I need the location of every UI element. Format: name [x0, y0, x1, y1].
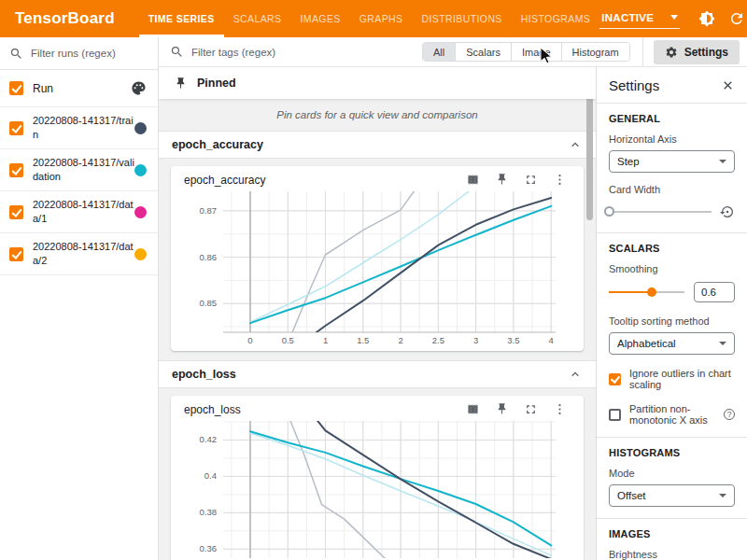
slider-thumb[interactable]	[647, 287, 656, 297]
svg-text:0.85: 0.85	[200, 298, 218, 308]
refresh-button[interactable]	[727, 10, 745, 28]
filter-all-button[interactable]: All	[423, 43, 455, 61]
run-row-data-2[interactable]: 20220808-141317/data/2	[0, 233, 158, 275]
card-width-slider[interactable]	[609, 206, 712, 217]
epoch-accuracy-chart[interactable]: 00.511.522.533.540.850.860.87	[180, 189, 565, 347]
epoch-loss-card: epoch_loss 0.420.40.380.36	[171, 396, 584, 560]
svg-text:4: 4	[549, 335, 554, 345]
toolbar-divider	[642, 37, 643, 67]
select-all-runs-checkbox[interactable]	[9, 81, 23, 95]
chevron-up-icon[interactable]	[568, 367, 583, 382]
partition-x-axis-checkbox[interactable]	[609, 409, 621, 421]
svg-text:1: 1	[323, 335, 328, 345]
filter-scalars-button[interactable]: Scalars	[455, 43, 511, 61]
ignore-outliers-checkbox[interactable]	[609, 373, 621, 385]
settings-images-section: IMAGES Brightness Contrast Show actual i…	[609, 519, 735, 560]
cards-main-area: Pinned Pin cards for a quick view and co…	[159, 67, 596, 560]
chevron-up-icon[interactable]	[568, 137, 583, 152]
pinned-section-header: Pinned	[159, 67, 596, 99]
close-icon[interactable]	[721, 78, 735, 92]
tag-type-filter-group: All Scalars Image Histogram	[422, 42, 630, 62]
pin-card-icon[interactable]	[495, 402, 509, 416]
reset-card-width-button[interactable]	[720, 204, 735, 219]
palette-icon[interactable]	[131, 80, 147, 96]
svg-text:0.42: 0.42	[200, 434, 218, 444]
fit-to-data-icon[interactable]	[466, 173, 480, 187]
tab-scalars[interactable]: SCALARS	[224, 0, 291, 37]
tab-graphs[interactable]: GRAPHS	[350, 0, 413, 37]
horizontal-axis-select[interactable]: Step	[609, 150, 735, 173]
svg-text:0.86: 0.86	[200, 252, 218, 262]
run-row-train[interactable]: 20220808-141317/train	[0, 107, 158, 149]
svg-text:0.87: 0.87	[200, 205, 218, 216]
tab-time-series[interactable]: TIME SERIES	[139, 0, 224, 37]
epoch-accuracy-card: epoch_accuracy 00.511.522.533.540.850.86…	[171, 166, 584, 351]
section-header-epoch-loss[interactable]: epoch_loss	[159, 360, 596, 388]
theme-brightness-button[interactable]	[698, 10, 715, 28]
search-icon	[9, 47, 23, 61]
tab-histograms[interactable]: HISTOGRAMS	[512, 0, 599, 37]
epoch-accuracy-zone: epoch_accuracy 00.511.522.533.540.850.86…	[159, 159, 596, 360]
chevron-down-icon	[670, 15, 678, 20]
pinned-empty-message: Pin cards for a quick view and compariso…	[159, 99, 596, 131]
filter-image-button[interactable]: Image	[511, 43, 561, 61]
help-icon[interactable]: ?	[724, 409, 735, 420]
app-logo: TensorBoard	[0, 9, 139, 28]
smoothing-value-input[interactable]	[694, 282, 735, 302]
run-checkbox[interactable]	[9, 247, 23, 261]
run-color-dot[interactable]	[134, 122, 147, 134]
run-row-data-1[interactable]: 20220808-141317/data/1	[0, 191, 158, 233]
svg-text:3.5: 3.5	[507, 335, 519, 345]
filter-histogram-button[interactable]: Histogram	[561, 43, 629, 61]
gear-icon	[665, 46, 678, 59]
settings-general-section: GENERAL Horizontal Axis Step Card Width	[609, 104, 735, 232]
filter-runs-input[interactable]	[31, 48, 148, 59]
settings-histograms-section: HISTOGRAMS Mode Offset	[609, 438, 735, 518]
run-color-dot[interactable]	[134, 206, 147, 218]
tooltip-sorting-select[interactable]: Alphabetical	[609, 332, 735, 355]
fullscreen-icon[interactable]	[524, 402, 538, 416]
fullscreen-icon[interactable]	[524, 173, 538, 187]
reload-status-dropdown[interactable]: INACTIVE	[599, 9, 680, 29]
restore-icon	[720, 204, 735, 219]
chevron-down-icon	[719, 160, 726, 163]
run-checkbox[interactable]	[9, 121, 23, 135]
chevron-down-icon	[719, 342, 726, 345]
run-color-dot[interactable]	[134, 248, 147, 260]
svg-text:0.4: 0.4	[204, 470, 217, 481]
svg-text:1.5: 1.5	[357, 335, 369, 345]
svg-text:3: 3	[473, 335, 478, 345]
pin-icon	[174, 77, 188, 91]
more-options-icon[interactable]	[553, 402, 567, 416]
run-color-dot[interactable]	[134, 164, 147, 176]
tags-toolbar: All Scalars Image Histogram Settings	[159, 37, 747, 67]
section-header-epoch-accuracy[interactable]: epoch_accuracy	[159, 131, 596, 159]
pin-card-icon[interactable]	[495, 173, 509, 187]
epoch-loss-zone: epoch_loss 0.420.40.380.36	[159, 388, 596, 560]
runs-sidebar: Run 20220808-141317/train 20220808-14131…	[0, 37, 159, 560]
chevron-down-icon	[719, 494, 726, 497]
slider-thumb[interactable]	[604, 206, 614, 217]
run-row-validation[interactable]: 20220808-141317/validation	[0, 149, 158, 191]
histogram-mode-select[interactable]: Offset	[609, 484, 735, 507]
run-list-header: Run	[0, 70, 158, 107]
settings-scalars-section: SCALARS Smoothing Tooltip sorting method…	[609, 233, 735, 437]
more-options-icon[interactable]	[553, 173, 567, 187]
smoothing-slider[interactable]	[609, 287, 684, 298]
svg-text:0.36: 0.36	[200, 543, 218, 553]
svg-text:0.38: 0.38	[200, 507, 218, 517]
refresh-icon	[728, 10, 745, 27]
tab-distributions[interactable]: DISTRIBUTIONS	[412, 0, 511, 37]
svg-text:2.5: 2.5	[432, 335, 444, 345]
tab-images[interactable]: IMAGES	[290, 0, 349, 37]
epoch-loss-chart[interactable]: 0.420.40.380.36	[180, 418, 565, 558]
app-header: TensorBoard TIME SERIES SCALARS IMAGES G…	[0, 0, 747, 37]
brightness-icon	[698, 10, 715, 27]
fit-to-data-icon[interactable]	[466, 402, 480, 416]
filter-tags-input[interactable]	[191, 47, 422, 58]
settings-toggle-button[interactable]: Settings	[654, 40, 740, 64]
main-nav: TIME SERIES SCALARS IMAGES GRAPHS DISTRI…	[139, 0, 599, 37]
run-checkbox[interactable]	[9, 205, 23, 219]
svg-text:0: 0	[247, 335, 252, 345]
run-checkbox[interactable]	[9, 163, 23, 177]
